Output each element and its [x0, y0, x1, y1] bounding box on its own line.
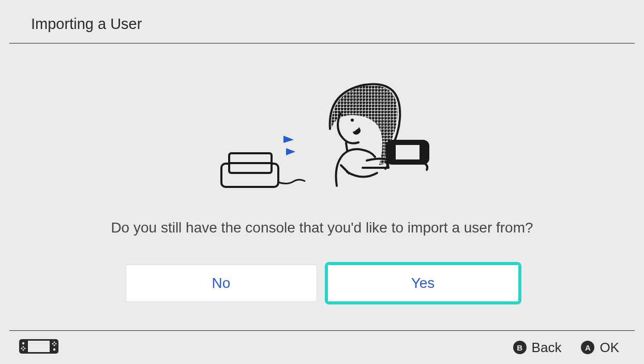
svg-point-10 — [22, 342, 24, 344]
question-text: Do you still have the console that you'd… — [111, 220, 533, 236]
button-row: No Yes — [126, 265, 519, 302]
back-label: Back — [532, 340, 562, 356]
yes-button[interactable]: Yes — [327, 265, 519, 302]
ok-label: OK — [600, 340, 619, 356]
svg-point-12 — [24, 348, 26, 350]
svg-point-17 — [55, 343, 57, 345]
no-button[interactable]: No — [126, 265, 317, 302]
ok-hint[interactable]: A OK — [581, 340, 619, 356]
illustration-user-console — [214, 80, 431, 199]
svg-point-11 — [21, 348, 23, 350]
main-content: Do you still have the console that you'd… — [0, 43, 644, 330]
page-title: Importing a User — [31, 16, 644, 33]
b-button-icon: B — [513, 341, 527, 354]
controller-icon — [19, 339, 59, 356]
svg-point-13 — [23, 346, 24, 348]
svg-marker-2 — [283, 136, 294, 143]
footer: B Back A OK — [0, 331, 644, 364]
yes-button-label: Yes — [411, 275, 435, 292]
svg-point-18 — [54, 342, 55, 343]
svg-point-5 — [351, 119, 354, 122]
svg-rect-9 — [28, 341, 50, 352]
a-button-icon: A — [581, 341, 594, 354]
svg-point-19 — [54, 345, 55, 346]
svg-point-15 — [53, 348, 55, 351]
svg-rect-7 — [395, 144, 421, 161]
header: Importing a User — [0, 0, 644, 43]
svg-point-16 — [52, 343, 54, 345]
back-hint[interactable]: B Back — [513, 340, 562, 356]
svg-marker-3 — [286, 148, 295, 155]
svg-point-14 — [23, 350, 24, 351]
no-button-label: No — [212, 275, 231, 292]
